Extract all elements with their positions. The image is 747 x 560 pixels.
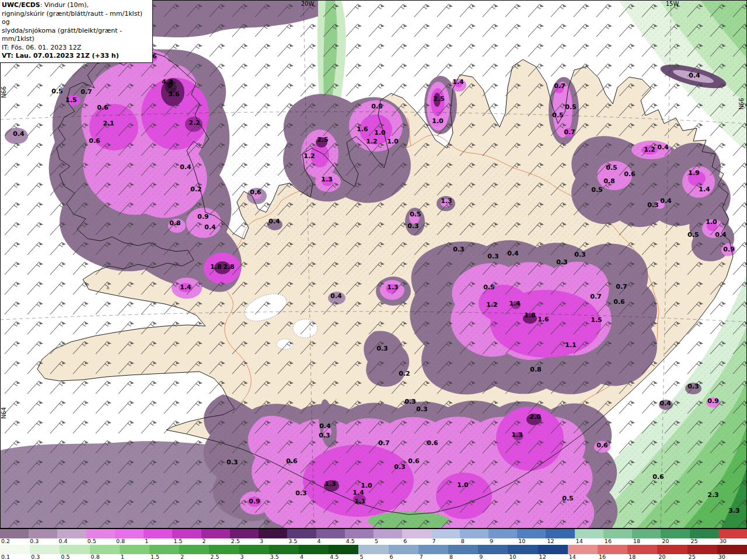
precip-value: 0.4	[13, 130, 25, 138]
legend-segment	[508, 545, 537, 554]
legend-segment	[358, 545, 388, 554]
legend-tick-label: 2.5	[231, 538, 240, 544]
legend-segment	[60, 545, 89, 554]
precip-value: 0.3	[647, 201, 659, 209]
precip-value: 1.3	[441, 197, 452, 205]
legend-tick-label: 0.4	[58, 538, 67, 544]
precip-value: 0.5	[606, 164, 617, 172]
legend-tick-label: 20	[662, 538, 669, 544]
precip-value: 1.6	[357, 125, 368, 133]
precip-value: 0.9	[707, 397, 719, 405]
coordinate-label: 15W	[666, 1, 679, 7]
legend-tick-label: 0.8	[91, 554, 100, 560]
precip-value: 1.4	[180, 284, 191, 291]
precip-value: 0.2	[399, 370, 410, 377]
legend-tick-label: 9	[490, 538, 493, 544]
precip-value: 0.6	[652, 473, 664, 481]
precip-value: 0.5	[591, 186, 603, 194]
precip-value: 0.7	[81, 88, 92, 96]
legend-segment	[144, 529, 172, 538]
precip-value: 1.5	[65, 96, 77, 104]
precip-value: 1.0	[457, 481, 469, 489]
legend-tick-label: 3.5	[288, 538, 297, 544]
precip-value: 0.7	[616, 283, 627, 290]
precip-value: 0.3	[687, 383, 699, 390]
legend-segment	[538, 545, 568, 554]
precip-value: 0.6	[286, 457, 298, 465]
legend-tick-label: 0.3	[30, 538, 39, 544]
rain-scale-bar: 0.10.30.50.811.522.533.544.5567891012141…	[0, 545, 747, 560]
precip-value: 1.8	[524, 312, 536, 319]
precip-value: 0.3	[319, 432, 330, 439]
precip-value: 0.5	[552, 111, 564, 119]
legend-segment	[179, 545, 209, 554]
legend-tick-label: 5	[359, 554, 363, 560]
precip-value: 0.9	[723, 246, 735, 253]
legend-segment	[120, 545, 149, 554]
legend-tick-label: 5	[375, 538, 378, 544]
legend-tick-label: 0.8	[116, 538, 125, 544]
legend-tick-label: 7	[432, 538, 435, 544]
legend-segment	[86, 529, 115, 538]
precip-value: 1.8	[210, 263, 222, 271]
precip-value: 1.5	[591, 316, 602, 324]
precip-value: 2.1	[103, 120, 114, 127]
legend-segment	[546, 529, 574, 538]
legend-tick-label: 30	[718, 554, 725, 560]
legend-segment	[690, 529, 718, 538]
legend-tick-label: 4	[300, 554, 303, 560]
precip-value: 2.0	[529, 413, 541, 421]
legend-tick-label: 14	[576, 538, 583, 544]
legend-segment	[431, 529, 460, 538]
snow-scale-labels: 0.20.30.40.50.811.522.533.544.5567891012…	[0, 538, 747, 545]
precip-value: 1.4	[509, 300, 521, 307]
precip-value: 1.3	[511, 431, 523, 439]
precip-value: 4.3	[162, 78, 173, 86]
precip-value: 1.3	[321, 176, 333, 183]
legend-tick-label: 0.3	[31, 554, 40, 560]
legend-tick-label: 2	[203, 538, 206, 544]
precip-value: 1.2	[486, 301, 498, 309]
precip-value: 0.4	[330, 292, 342, 300]
legend-tick-label: 18	[633, 538, 640, 544]
precip-value: 1.4	[352, 489, 364, 496]
legend-segment	[632, 529, 661, 538]
legend-segment	[30, 545, 60, 554]
precip-value: 1.0	[706, 218, 717, 226]
precip-value: 1.4	[452, 78, 464, 86]
legend-segment	[345, 529, 374, 538]
precip-value: 1.0	[432, 117, 444, 125]
legend-segment	[209, 545, 239, 554]
precip-value: 1.3	[387, 284, 399, 291]
legend-tick-label: 1	[145, 538, 148, 544]
legend-tick-label: 3	[260, 538, 263, 544]
precip-value: 0.5	[410, 211, 421, 218]
precip-value: 2.3	[707, 491, 719, 499]
precip-value: 0.5	[565, 103, 577, 111]
legend-segment	[329, 545, 358, 554]
legend-tick-label: 8	[449, 554, 453, 560]
precip-value: 0.2	[190, 186, 202, 193]
precip-value: 1.1	[565, 341, 577, 349]
precip-value: 0.7	[564, 128, 575, 136]
precip-value: 0.5	[371, 103, 383, 110]
precip-value: 0.4	[507, 250, 519, 257]
legend-tick-label: 18	[629, 554, 636, 560]
legend-segment	[149, 545, 179, 554]
precip-value: 2.8	[223, 263, 235, 271]
precip-value: 0.3	[556, 258, 568, 266]
legend-segment	[717, 545, 747, 554]
title-line-3: slydda/snjókoma (grátt/bleikt/grænt - mm…	[2, 27, 148, 44]
legend-segment	[603, 529, 632, 538]
legend-segment	[488, 529, 517, 538]
precip-value: 0.3	[574, 251, 586, 258]
legend-tick-label: 1.5	[173, 538, 182, 544]
legend-tick-label: 30	[720, 538, 727, 544]
precip-value: 0.5	[562, 495, 574, 502]
legend-segment	[448, 545, 478, 554]
precip-value: 0.4	[180, 163, 191, 171]
legend-segment	[460, 529, 488, 538]
precip-value: 0.6	[89, 137, 100, 145]
precip-value: 0.6	[596, 442, 608, 449]
precip-value: 0.4	[660, 197, 672, 205]
